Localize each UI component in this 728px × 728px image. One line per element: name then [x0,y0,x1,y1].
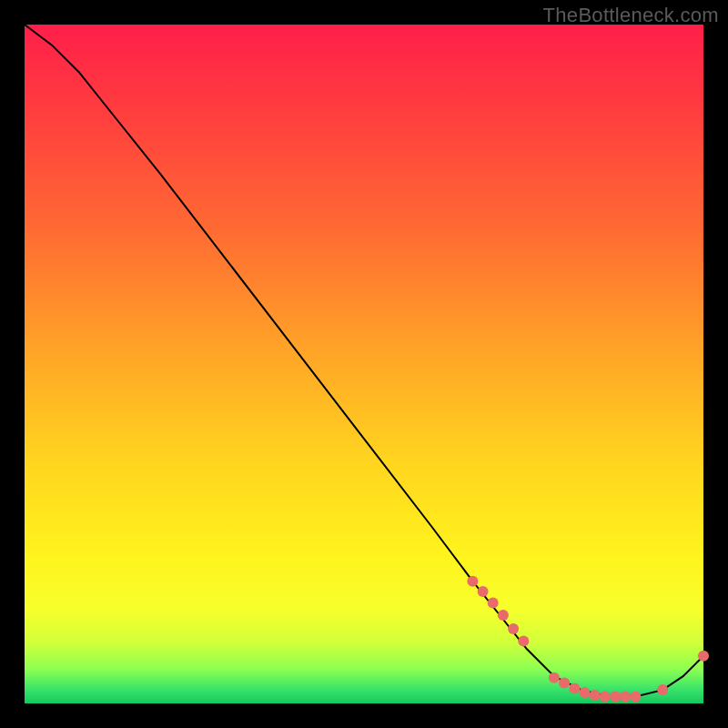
marker-point [657,684,668,695]
marker-point [620,692,631,703]
marker-point [518,635,529,646]
marker-point [698,651,709,662]
bottleneck-curve [25,25,703,697]
marker-point [610,692,621,703]
marker-point [498,610,509,621]
plot-area [25,25,703,703]
marker-point [478,586,489,597]
marker-point [569,683,580,694]
marker-point [590,690,601,701]
curve-svg [25,25,703,703]
marker-point [559,678,570,689]
marker-point [549,672,560,683]
marker-point [508,623,519,634]
marker-point [600,692,611,703]
marker-point [488,598,499,609]
marker-point [579,687,590,698]
chart-stage: TheBottleneck.com [0,0,728,728]
marker-point [630,692,641,703]
marker-point [467,576,478,587]
